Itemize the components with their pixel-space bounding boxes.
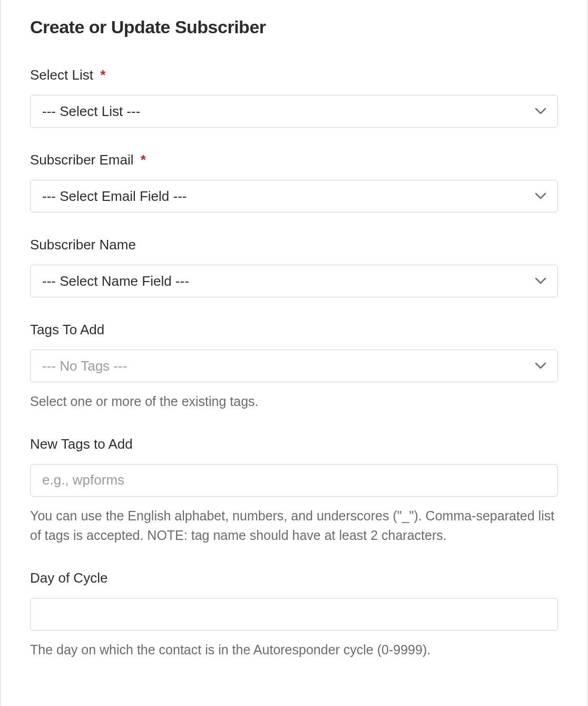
day-of-cycle-help: The day on which the contact is in the A… <box>30 640 558 660</box>
new-tags-input[interactable] <box>30 464 558 497</box>
form-panel: Create or Update Subscriber Select List … <box>0 0 588 706</box>
day-of-cycle-input[interactable] <box>30 598 558 631</box>
select-list-dropdown[interactable]: --- Select List --- <box>30 95 558 128</box>
subscriber-email-dropdown[interactable]: --- Select Email Field --- <box>30 180 558 212</box>
tags-to-add-dropdown[interactable]: --- No Tags --- <box>30 350 558 382</box>
field-day-of-cycle: Day of Cycle The day on which the contac… <box>30 570 558 660</box>
subscriber-name-dropdown[interactable]: --- Select Name Field --- <box>30 265 558 297</box>
label-text: Select List <box>30 67 93 83</box>
label-text: Subscriber Email <box>30 152 134 168</box>
label-text: Day of Cycle <box>30 570 107 586</box>
required-mark: * <box>141 152 146 168</box>
select-list-label: Select List * <box>30 67 558 83</box>
label-text: Subscriber Name <box>30 237 136 253</box>
field-subscriber-email: Subscriber Email * --- Select Email Fiel… <box>30 152 558 212</box>
required-mark: * <box>100 67 105 83</box>
field-subscriber-name: Subscriber Name --- Select Name Field --… <box>30 237 558 297</box>
tags-to-add-wrapper: --- No Tags --- <box>30 350 558 382</box>
tags-to-add-label: Tags To Add <box>30 322 558 338</box>
day-of-cycle-label: Day of Cycle <box>30 570 558 586</box>
new-tags-label: New Tags to Add <box>30 436 558 452</box>
subscriber-name-label: Subscriber Name <box>30 237 558 253</box>
label-text: Tags To Add <box>30 322 104 337</box>
subscriber-name-wrapper: --- Select Name Field --- <box>30 265 558 297</box>
new-tags-help: You can use the English alphabet, number… <box>30 506 558 546</box>
page-title: Create or Update Subscriber <box>30 17 558 37</box>
subscriber-email-wrapper: --- Select Email Field --- <box>30 180 558 212</box>
form-content: Create or Update Subscriber Select List … <box>1 0 587 660</box>
tags-to-add-help: Select one or more of the existing tags. <box>30 392 558 412</box>
field-new-tags: New Tags to Add You can use the English … <box>30 436 558 546</box>
field-select-list: Select List * --- Select List --- <box>30 67 558 128</box>
select-list-wrapper: --- Select List --- <box>30 95 558 128</box>
subscriber-email-label: Subscriber Email * <box>30 152 558 168</box>
label-text: New Tags to Add <box>30 436 133 452</box>
field-tags-to-add: Tags To Add --- No Tags --- Select one o… <box>30 322 558 412</box>
